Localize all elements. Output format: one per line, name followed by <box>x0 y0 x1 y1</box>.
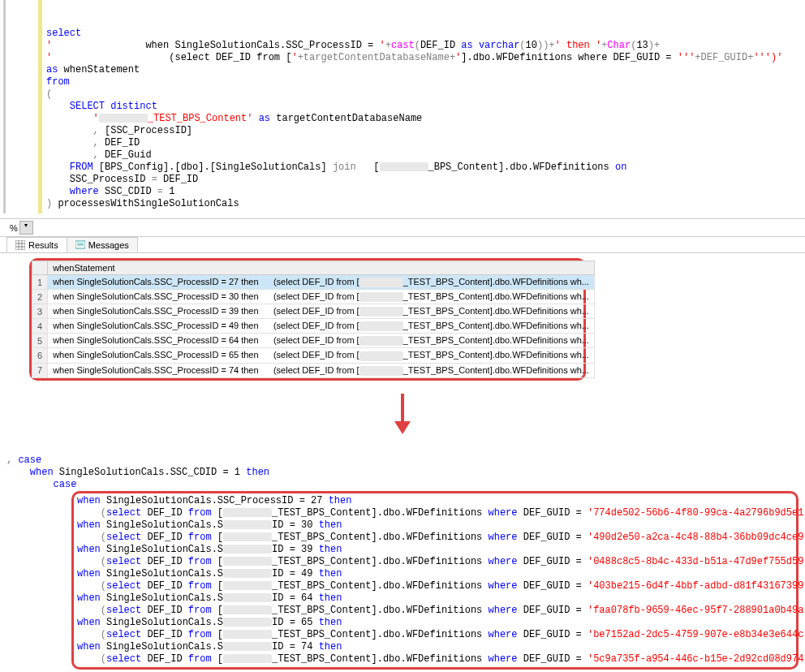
redacted <box>223 630 272 639</box>
redacted <box>223 593 272 602</box>
comma: , <box>93 149 99 161</box>
zoom-row: % ▾ <box>0 219 805 237</box>
fn-cast: cast <box>391 40 415 51</box>
cell-whenstatement[interactable]: when SingleSolutionCals.SSC_ProcessID = … <box>48 348 595 363</box>
kw-when: when <box>6 467 54 478</box>
sql-editor-bottom[interactable]: , case when SingleSolutionCals.SSC_CDID … <box>0 442 805 672</box>
zoom-dropdown[interactable]: ▾ <box>19 221 33 235</box>
kw-from: FROM <box>70 162 93 173</box>
zoom-input[interactable] <box>3 222 10 234</box>
alias: processesWithSingleSolutionCals <box>52 198 239 209</box>
cell-whenstatement[interactable]: when SingleSolutionCals.SSC_ProcessID = … <box>48 275 595 290</box>
table-row[interactable]: 3when SingleSolutionCals.SSC_ProcessID =… <box>32 304 595 319</box>
paren: ( <box>46 88 52 100</box>
concat-var: +targetContentDatabaseName+ <box>298 52 455 63</box>
redacted <box>223 581 272 590</box>
kw-as: as <box>252 113 270 124</box>
cell-whenstatement[interactable]: when SingleSolutionCals.SSC_ProcessID = … <box>48 363 595 377</box>
grid-icon <box>15 240 25 250</box>
tab-label: Results <box>28 240 58 250</box>
tab-results[interactable]: Results <box>6 237 67 252</box>
table-row[interactable]: 6when SingleSolutionCals.SSC_ProcessID =… <box>32 348 595 363</box>
redacted <box>223 508 272 517</box>
pct-label: % <box>10 223 18 233</box>
redacted <box>223 557 272 566</box>
redacted <box>359 307 403 317</box>
paren: ( <box>519 40 525 51</box>
redacted <box>359 278 403 287</box>
redacted <box>223 545 272 554</box>
row-number: 1 <box>32 275 48 290</box>
redacted <box>223 654 272 663</box>
code-text: ].dbo.WFDefinitions where DEF_GUID = <box>461 52 677 63</box>
kw-case: case <box>18 454 41 466</box>
kw-then: then <box>246 467 269 478</box>
col: SSC_ProcessID <box>70 174 152 185</box>
concat-var: +DEF_GUID+ <box>695 52 753 63</box>
comma: , <box>93 137 99 149</box>
table-row[interactable]: 2when SingleSolutionCals.SSC_ProcessID =… <box>32 290 595 304</box>
cell-whenstatement[interactable]: when SingleSolutionCals.SSC_ProcessID = … <box>48 334 595 348</box>
code-text: DEF_ID <box>420 40 461 51</box>
redacted <box>223 605 272 614</box>
str: ' <box>93 113 99 124</box>
table-ref: _BPS_Content].dbo.WFDefinitions <box>428 162 615 173</box>
cell-whenstatement[interactable]: when SingleSolutionCals.SSC_ProcessID = … <box>48 304 595 319</box>
sql-editor-top[interactable]: select ' when SingleSolutionCals.SSC_Pro… <box>3 0 805 213</box>
highlight-box-bottom: when SingleSolutionCals.SSC_ProcessID = … <box>71 491 799 670</box>
row-number: 7 <box>32 363 48 377</box>
code-text: SingleSolutionCals.SSC_CDID = 1 <box>54 467 247 478</box>
close: )+ <box>648 40 660 51</box>
messages-icon <box>75 240 85 250</box>
row-number: 6 <box>32 348 48 363</box>
alias: targetContentDatabaseName <box>270 113 422 124</box>
row-number: 3 <box>32 304 48 319</box>
results-grid[interactable]: whenStatement 1when SingleSolutionCals.S… <box>32 261 595 378</box>
code-text: (select DEF_ID from [ <box>52 52 291 63</box>
redacted <box>380 162 428 171</box>
redacted <box>359 336 403 346</box>
table-row[interactable]: 4when SingleSolutionCals.SSC_ProcessID =… <box>32 319 595 334</box>
col-header[interactable]: whenStatement <box>48 261 595 275</box>
results-panel: whenStatement 1when SingleSolutionCals.S… <box>0 253 805 389</box>
num: 13 <box>636 40 648 51</box>
kw-select-distinct: SELECT distinct <box>70 101 157 112</box>
op: + <box>385 40 391 51</box>
str-quote: ''')' <box>753 52 782 63</box>
col: DEF_ID <box>157 174 198 185</box>
col: DEF_Guid <box>99 149 152 161</box>
table-row[interactable]: 5when SingleSolutionCals.SSC_ProcessID =… <box>32 334 595 348</box>
alias: whenStatement <box>58 64 140 75</box>
table-row[interactable]: 1when SingleSolutionCals.SSC_ProcessID =… <box>32 275 595 290</box>
row-number: 5 <box>32 334 48 348</box>
cell-whenstatement[interactable]: when SingleSolutionCals.SSC_ProcessID = … <box>48 290 595 304</box>
redacted <box>223 642 272 651</box>
redacted <box>99 114 148 123</box>
col: SSC_CDID <box>99 186 157 197</box>
str-quote: ''' <box>678 52 695 63</box>
op: = <box>157 186 163 197</box>
redacted <box>359 366 403 376</box>
str: _TEST_BPS_Content' <box>148 113 253 124</box>
num: 1 <box>163 186 174 197</box>
kw-varchar: varchar <box>473 40 520 51</box>
arrow-annotation <box>0 394 805 437</box>
code-text: [ <box>356 162 380 173</box>
code-text: when SingleSolutionCals.SSC_ProcessID = <box>52 40 379 51</box>
svg-marker-9 <box>394 421 411 434</box>
row-number: 2 <box>32 290 48 304</box>
close: ))+ <box>537 40 555 51</box>
cell-whenstatement[interactable]: when SingleSolutionCals.SSC_ProcessID = … <box>48 319 595 334</box>
redacted <box>359 292 403 302</box>
row-number: 4 <box>32 319 48 334</box>
kw-select: select <box>46 28 81 39</box>
table-row[interactable]: 7when SingleSolutionCals.SSC_ProcessID =… <box>32 363 595 377</box>
redacted <box>359 351 403 361</box>
kw-where: where <box>70 186 99 197</box>
num: 10 <box>526 40 537 51</box>
paren: ( <box>415 40 420 51</box>
highlight-box-top: whenStatement 1when SingleSolutionCals.S… <box>29 258 586 381</box>
str: ' then ' <box>555 40 602 51</box>
op: = <box>152 174 157 185</box>
tab-messages[interactable]: Messages <box>67 237 138 252</box>
